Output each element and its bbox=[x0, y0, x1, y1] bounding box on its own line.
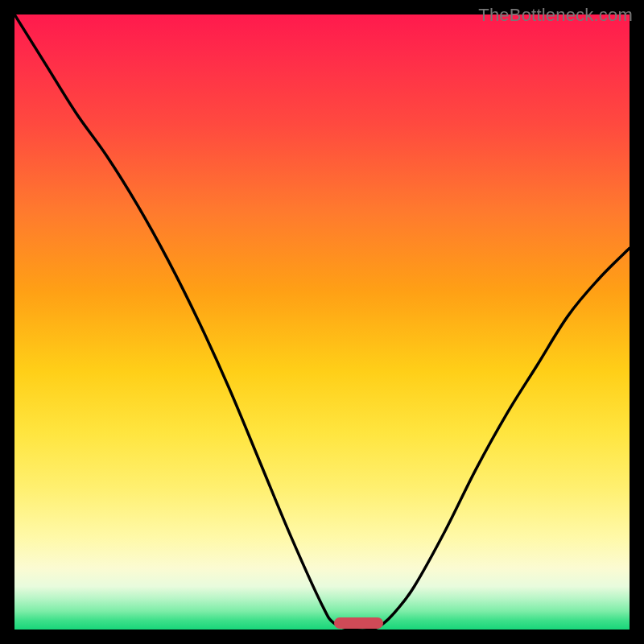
watermark-text: TheBottleneck.com bbox=[478, 5, 633, 26]
bottleneck-curve bbox=[14, 14, 630, 630]
plot-area bbox=[14, 14, 630, 630]
chart-frame: TheBottleneck.com bbox=[0, 0, 644, 644]
optimal-marker bbox=[334, 617, 383, 629]
